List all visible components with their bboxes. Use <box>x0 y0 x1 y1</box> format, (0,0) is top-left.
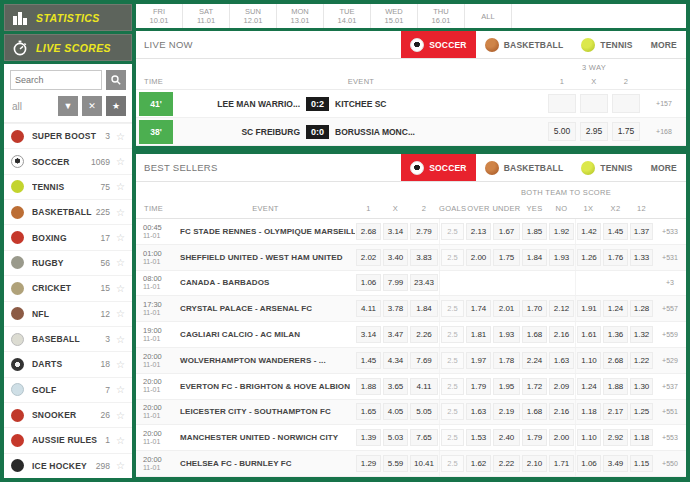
favorite-star-icon[interactable]: ☆ <box>116 232 125 243</box>
odd-value[interactable]: 1.61 <box>577 326 601 343</box>
odd-value[interactable]: 4.05 <box>383 403 408 420</box>
event-name[interactable]: CHELSEA FC - BURNLEY FC <box>176 459 355 468</box>
odd-value[interactable]: 1.15 <box>630 455 653 472</box>
match-row[interactable]: 19:0011-01CAGLIARI CALCIO - AC MILAN3.14… <box>136 322 686 348</box>
more-markets-count[interactable]: +529 <box>654 357 686 364</box>
odd-value[interactable]: 2.16 <box>549 326 574 343</box>
odd-value[interactable]: 1.88 <box>356 378 381 395</box>
odd-value[interactable]: 1.18 <box>577 403 601 420</box>
tab-more[interactable]: MORE <box>642 154 686 181</box>
event-name[interactable]: CRYSTAL PALACE - ARSENAL FC <box>176 304 355 313</box>
favorite-star-icon[interactable]: ☆ <box>116 207 125 218</box>
sidebar-item-basketball[interactable]: BASKETBALL225☆ <box>4 199 132 224</box>
favorite-star-icon[interactable]: ☆ <box>116 283 125 294</box>
date-tab-mon[interactable]: MON13.01 <box>277 4 324 28</box>
odd-value[interactable]: 3.40 <box>383 249 408 266</box>
more-markets-count[interactable]: +537 <box>654 383 686 390</box>
odd-value[interactable]: 1.63 <box>466 403 491 420</box>
filter-select-value[interactable]: all <box>10 101 54 112</box>
event-name[interactable]: CAGLIARI CALCIO - AC MILAN <box>176 330 355 339</box>
odd-value[interactable]: 5.59 <box>383 455 408 472</box>
match-row[interactable]: 08:0011-01CANADA - BARBADOS1.067.9923.43… <box>136 271 686 297</box>
favorite-star-icon[interactable]: ☆ <box>116 257 125 268</box>
odd-value[interactable]: 2.16 <box>549 403 574 420</box>
more-markets-count[interactable]: +168 <box>642 128 686 135</box>
odd-value[interactable]: 1.29 <box>356 455 381 472</box>
favorites-star-icon[interactable]: ★ <box>106 96 126 116</box>
date-tab-sat[interactable]: SAT11.01 <box>183 4 230 28</box>
odd-value[interactable]: 1.81 <box>466 326 491 343</box>
odd-value[interactable]: 1.25 <box>630 403 653 420</box>
odd-value[interactable]: 2.01 <box>493 300 520 317</box>
search-icon[interactable] <box>106 70 126 90</box>
match-row[interactable]: 20:0011-01LEICESTER CITY - SOUTHAMPTON F… <box>136 400 686 426</box>
odd-value[interactable]: 2.26 <box>410 326 438 343</box>
odd-value[interactable]: 2.92 <box>603 429 628 446</box>
sidebar-item-golf[interactable]: GOLF7☆ <box>4 377 132 402</box>
odd-value[interactable]: 1.45 <box>603 223 628 240</box>
odd-value[interactable]: 2.95 <box>580 122 608 141</box>
favorite-star-icon[interactable]: ☆ <box>116 460 125 471</box>
odd-value[interactable]: 10.41 <box>410 455 438 472</box>
odd-value[interactable]: 1.92 <box>549 223 574 240</box>
goals-line-value[interactable]: 2.5 <box>441 455 464 472</box>
favorite-star-icon[interactable]: ☆ <box>116 384 125 395</box>
odd-value[interactable]: 2.00 <box>549 429 574 446</box>
odd-value[interactable]: 7.99 <box>383 274 408 291</box>
goals-line-value[interactable]: 2.5 <box>441 378 464 395</box>
match-row[interactable]: 20:0011-01WOLVERHAMPTON WANDERERS - ...1… <box>136 348 686 374</box>
date-tab-wed[interactable]: WED15.01 <box>371 4 418 28</box>
tab-tennis[interactable]: TENNIS <box>572 154 641 181</box>
goals-line-value[interactable]: 2.5 <box>441 352 464 369</box>
goals-line-value[interactable]: 2.5 <box>441 403 464 420</box>
odd-value[interactable]: 1.30 <box>630 378 653 395</box>
match-row[interactable]: 20:0011-01EVERTON FC - BRIGHTON & HOVE A… <box>136 374 686 400</box>
sidebar-item-cricket[interactable]: CRICKET15☆ <box>4 275 132 300</box>
odd-value[interactable]: 1.75 <box>493 249 520 266</box>
odd-value[interactable]: 1.88 <box>603 378 628 395</box>
odd-value[interactable]: 7.69 <box>410 352 438 369</box>
match-row[interactable]: 17:3011-01CRYSTAL PALACE - ARSENAL FC4.1… <box>136 296 686 322</box>
odd-value[interactable]: 3.83 <box>410 249 438 266</box>
date-tab-tue[interactable]: TUE14.01 <box>324 4 371 28</box>
odd-value[interactable]: 1.10 <box>577 352 601 369</box>
sidebar-item-nfl[interactable]: NFL12☆ <box>4 301 132 326</box>
event-name[interactable]: CANADA - BARBADOS <box>176 278 355 287</box>
odd-value[interactable]: 5.03 <box>383 429 408 446</box>
odd-value[interactable]: 2.40 <box>493 429 520 446</box>
more-markets-count[interactable]: +157 <box>642 100 686 107</box>
favorite-star-icon[interactable]: ☆ <box>116 334 125 345</box>
tab-soccer[interactable]: SOCCER <box>401 31 476 58</box>
odd-value[interactable]: 1.68 <box>522 403 547 420</box>
odd-value[interactable]: 5.00 <box>548 122 576 141</box>
more-markets-count[interactable]: +550 <box>654 460 686 467</box>
odd-value[interactable]: 1.39 <box>356 429 381 446</box>
match-row[interactable]: 20:0011-01MANCHESTER UNITED - NORWICH CI… <box>136 425 686 451</box>
match-row[interactable]: 00:4511-01FC STADE RENNES - OLYMPIQUE MA… <box>136 219 686 245</box>
odd-value[interactable] <box>580 94 608 113</box>
odd-value[interactable]: 1.22 <box>630 352 653 369</box>
odd-value[interactable]: 1.70 <box>522 300 547 317</box>
event-name[interactable]: MANCHESTER UNITED - NORWICH CITY <box>176 433 355 442</box>
odd-value[interactable]: 1.91 <box>577 300 601 317</box>
more-markets-count[interactable]: +3 <box>654 279 686 286</box>
sidebar-item-rugby[interactable]: RUGBY56☆ <box>4 250 132 275</box>
favorite-star-icon[interactable]: ☆ <box>116 156 125 167</box>
odd-value[interactable]: 1.97 <box>466 352 491 369</box>
odd-value[interactable]: 1.78 <box>493 352 520 369</box>
odd-value[interactable]: 1.68 <box>522 326 547 343</box>
match-row[interactable]: 20:0011-01CHELSEA FC - BURNLEY FC1.295.5… <box>136 451 686 477</box>
odd-value[interactable]: 1.37 <box>630 223 653 240</box>
live-scores-button[interactable]: LIVE SCORES <box>4 34 132 61</box>
favorite-star-icon[interactable]: ☆ <box>116 131 125 142</box>
sidebar-item-boxing[interactable]: BOXING17☆ <box>4 224 132 249</box>
more-markets-count[interactable]: +533 <box>654 228 686 235</box>
more-markets-count[interactable]: +551 <box>654 408 686 415</box>
odd-value[interactable] <box>612 94 640 113</box>
goals-line-value[interactable]: 2.5 <box>441 326 464 343</box>
odd-value[interactable]: 2.09 <box>549 378 574 395</box>
odd-value[interactable]: 3.78 <box>383 300 408 317</box>
odd-value[interactable]: 3.14 <box>356 326 381 343</box>
favorite-star-icon[interactable]: ☆ <box>116 308 125 319</box>
date-tab-all[interactable]: ALL <box>465 4 512 28</box>
